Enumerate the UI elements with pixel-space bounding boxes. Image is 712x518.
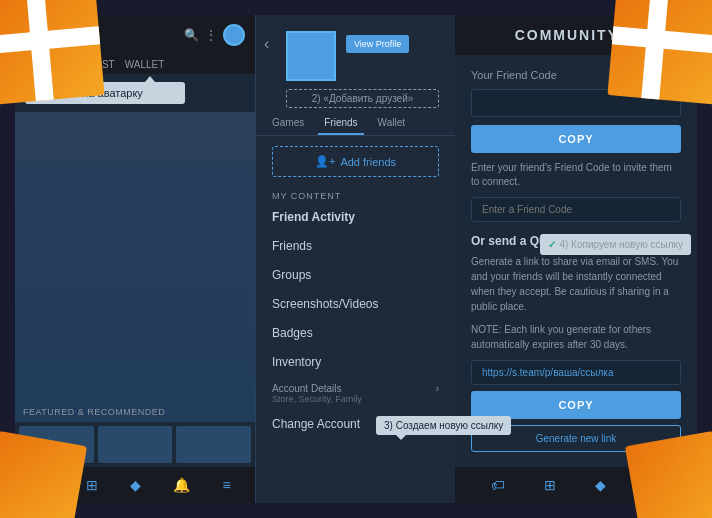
tooltip-add-friends: 2) «Добавить друзей» (286, 89, 439, 108)
grid-nav-icon[interactable]: ⊞ (86, 477, 98, 493)
tooltip-copy-link: ✓ 4) Копируем новую ссылку (540, 234, 691, 255)
search-icon[interactable]: 🔍 (184, 28, 199, 42)
gift-decoration-bottom-left (0, 431, 87, 518)
invite-description: Enter your friend's Friend Code to invit… (471, 161, 681, 189)
tab-wallet[interactable]: Wallet (372, 112, 411, 135)
bell-nav-icon[interactable]: 🔔 (173, 477, 190, 493)
comm-tag-icon[interactable]: 🏷 (491, 477, 505, 493)
copy-friend-code-button[interactable]: COPY (471, 125, 681, 153)
my-content-label: MY CONTENT (256, 187, 455, 203)
menu-screenshots-videos[interactable]: Screenshots/Videos (256, 290, 455, 319)
featured-item-3 (176, 426, 251, 463)
add-friends-button[interactable]: 👤+ Add friends (272, 146, 439, 177)
gift-decoration-bottom-right (625, 431, 712, 518)
menu-friends[interactable]: Friends (256, 232, 455, 261)
view-profile-button[interactable]: View Profile (346, 35, 409, 53)
gift-decoration-top-left (0, 0, 105, 105)
featured-item-2 (98, 426, 173, 463)
comm-grid-icon[interactable]: ⊞ (544, 477, 556, 493)
tab-games[interactable]: Games (266, 112, 310, 135)
user-avatar-small[interactable] (223, 24, 245, 46)
note-text: NOTE: Each link you generate for others … (471, 322, 681, 352)
left-content-area: FEATURED & RECOMMENDED (15, 112, 255, 467)
community-title: COMMUNITY (515, 27, 619, 43)
copy-link-button[interactable]: COPY (471, 391, 681, 419)
tooltip-generate-link: 3) Создаем новую ссылку (376, 416, 511, 435)
tab-friends[interactable]: Friends (318, 112, 363, 135)
link-url-display: https://s.team/p/ваша/ссылка (471, 360, 681, 385)
featured-label: FEATURED & RECOMMENDED (23, 407, 165, 417)
steam-header-icons: 🔍 ⋮ (184, 24, 245, 46)
add-friends-icon: 👤+ (315, 155, 335, 168)
middle-panel: ‹ View Profile 2) «Добавить друзей» Game… (255, 15, 455, 503)
middle-menu-list: Friend Activity Friends Groups Screensho… (256, 203, 455, 503)
checkmark-icon: ✓ (548, 237, 556, 252)
gift-decoration-top-right (607, 0, 712, 105)
main-container: STEAM 🔍 ⋮ MENU▾ WISHLIST WALLET 1) Жмем … (15, 15, 697, 503)
friend-code-input[interactable] (471, 197, 681, 222)
menu-icon[interactable]: ⋮ (205, 28, 217, 42)
menu-friend-activity[interactable]: Friend Activity (256, 203, 455, 232)
hamburger-nav-icon[interactable]: ≡ (223, 477, 231, 493)
comm-trophy-icon[interactable]: ◆ (595, 477, 606, 493)
menu-inventory[interactable]: Inventory (256, 348, 455, 377)
quick-invite-section: Or send a Quick Invite Generate a link t… (471, 234, 681, 352)
community-content: Your Friend Code COPY Enter your friend'… (455, 55, 697, 467)
quick-invite-desc: Generate a link to share via email or SM… (471, 254, 681, 314)
menu-account-details[interactable]: Account Details Store, Security, Family … (256, 377, 455, 410)
menu-badges[interactable]: Badges (256, 319, 455, 348)
back-arrow-icon[interactable]: ‹ (264, 35, 269, 53)
profile-avatar[interactable] (286, 31, 336, 81)
nav-item-wallet[interactable]: WALLET (125, 59, 165, 70)
trophy-nav-icon[interactable]: ◆ (130, 477, 141, 493)
profile-tabs: Games Friends Wallet (256, 112, 455, 136)
menu-groups[interactable]: Groups (256, 261, 455, 290)
profile-header: View Profile (256, 15, 455, 89)
